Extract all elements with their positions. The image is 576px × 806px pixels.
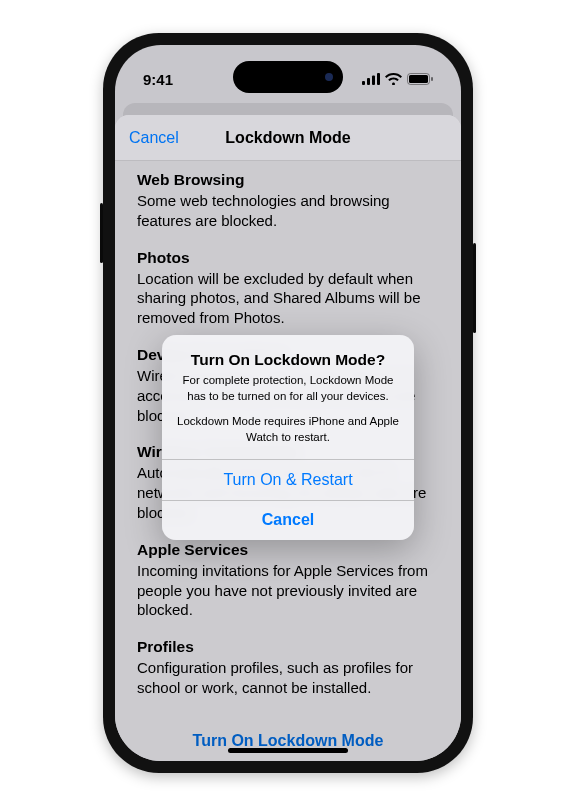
svg-rect-1 — [367, 78, 370, 85]
phone-frame: 9:41 Cancel Lockdown Mode Web Browsing S… — [103, 33, 473, 773]
status-right — [362, 73, 433, 85]
svg-rect-5 — [409, 75, 428, 83]
alert-title: Turn On Lockdown Mode? — [176, 351, 400, 369]
svg-rect-0 — [362, 81, 365, 85]
alert-body: Turn On Lockdown Mode? For complete prot… — [162, 335, 414, 459]
svg-rect-2 — [372, 76, 375, 86]
battery-icon — [407, 73, 433, 85]
dynamic-island — [233, 61, 343, 93]
cellular-icon — [362, 73, 380, 85]
svg-rect-3 — [377, 73, 380, 85]
status-time: 9:41 — [143, 71, 173, 88]
alert-message-2: Lockdown Mode requires iPhone and Apple … — [176, 414, 400, 445]
turn-on-restart-button[interactable]: Turn On & Restart — [162, 460, 414, 500]
confirm-alert: Turn On Lockdown Mode? For complete prot… — [162, 335, 414, 540]
alert-cancel-button[interactable]: Cancel — [162, 500, 414, 540]
alert-message-1: For complete protection, Lockdown Mode h… — [176, 373, 400, 404]
wifi-icon — [385, 73, 402, 85]
home-indicator[interactable] — [228, 748, 348, 753]
screen: 9:41 Cancel Lockdown Mode Web Browsing S… — [115, 45, 461, 761]
camera-dot — [325, 73, 333, 81]
svg-rect-6 — [431, 77, 433, 81]
